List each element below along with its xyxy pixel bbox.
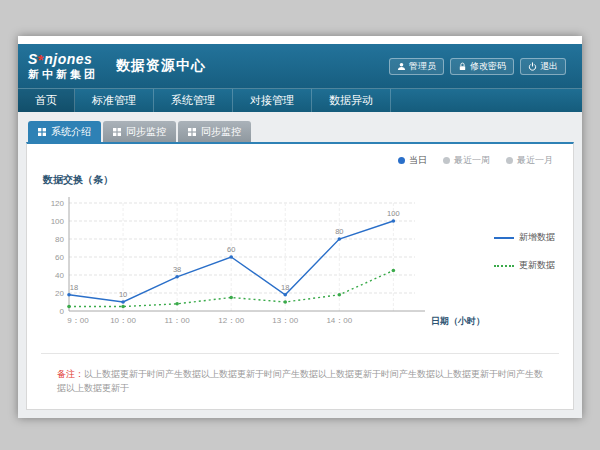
change-password-button[interactable]: 修改密码 bbox=[450, 58, 514, 75]
svg-text:18: 18 bbox=[70, 283, 78, 292]
tab-bar: 系统介绍 同步监控 同步监控 bbox=[26, 121, 574, 142]
legend-item-new-data[interactable]: 新增数据 bbox=[494, 231, 555, 244]
logout-button[interactable]: 退出 bbox=[520, 58, 566, 75]
svg-text:12：00: 12：00 bbox=[218, 316, 244, 325]
nav-item-data-changes[interactable]: 数据异动 bbox=[312, 89, 391, 112]
tab-label: 系统介绍 bbox=[51, 125, 91, 139]
nav-item-connection-mgmt[interactable]: 对接管理 bbox=[233, 89, 312, 112]
svg-text:18: 18 bbox=[281, 283, 289, 292]
filter-today[interactable]: 当日 bbox=[398, 154, 427, 167]
filter-label: 最近一月 bbox=[517, 154, 553, 167]
admin-user-button[interactable]: 管理员 bbox=[389, 58, 444, 75]
nav-item-home[interactable]: 首页 bbox=[18, 89, 75, 112]
grid-icon bbox=[188, 128, 196, 136]
header-actions: 管理员 修改密码 退出 bbox=[389, 58, 566, 75]
svg-text:120: 120 bbox=[51, 199, 65, 208]
page-top-strip bbox=[18, 36, 582, 44]
svg-text:40: 40 bbox=[55, 271, 64, 280]
svg-text:日期（小时）: 日期（小时） bbox=[431, 316, 485, 326]
legend-item-updated-data[interactable]: 更新数据 bbox=[494, 259, 555, 272]
svg-text:38: 38 bbox=[173, 265, 181, 274]
logout-label: 退出 bbox=[540, 60, 558, 73]
main-nav: 首页 标准管理 系统管理 对接管理 数据异动 bbox=[18, 88, 582, 112]
nav-item-standard-mgmt[interactable]: 标准管理 bbox=[75, 89, 154, 112]
svg-text:10：00: 10：00 bbox=[110, 316, 136, 325]
tab-label: 同步监控 bbox=[126, 125, 166, 139]
radio-dot-icon bbox=[506, 157, 513, 164]
app-window: S*njones 新中新集团 数据资源中心 管理员 修改密码 退出 bbox=[18, 36, 582, 418]
admin-user-label: 管理员 bbox=[409, 60, 436, 73]
filter-label: 最近一周 bbox=[454, 154, 490, 167]
svg-text:60: 60 bbox=[55, 253, 64, 262]
brand-company-name: 新中新集团 bbox=[28, 69, 98, 81]
note-label: 备注： bbox=[57, 369, 84, 379]
radio-dot-icon bbox=[398, 157, 405, 164]
brand-star-icon: * bbox=[38, 51, 44, 68]
chart-panel: 当日 最近一周 最近一月 数据交换（条） 0204060801001209：00… bbox=[26, 142, 574, 410]
grid-icon bbox=[38, 128, 46, 136]
tab-label: 同步监控 bbox=[201, 125, 241, 139]
legend-label: 新增数据 bbox=[519, 231, 555, 244]
svg-text:10: 10 bbox=[119, 290, 127, 299]
filter-label: 当日 bbox=[409, 154, 427, 167]
desktop-background: S*njones 新中新集团 数据资源中心 管理员 修改密码 退出 bbox=[0, 0, 600, 450]
filter-last-month[interactable]: 最近一月 bbox=[506, 154, 553, 167]
svg-text:100: 100 bbox=[387, 209, 400, 218]
svg-text:80: 80 bbox=[55, 235, 64, 244]
page-title: 数据资源中心 bbox=[116, 57, 206, 75]
line-chart: 0204060801001209：0010：0011：0012：0013：001… bbox=[35, 189, 490, 341]
tab-sync-monitor-1[interactable]: 同步监控 bbox=[103, 121, 176, 142]
svg-text:11：00: 11：00 bbox=[165, 316, 191, 325]
brand-logo[interactable]: S*njones 新中新集团 bbox=[28, 51, 98, 80]
svg-text:9：00: 9：00 bbox=[67, 316, 89, 325]
svg-text:60: 60 bbox=[227, 245, 235, 254]
chart-range-filters: 当日 最近一周 最近一月 bbox=[27, 144, 573, 167]
svg-text:14：00: 14：00 bbox=[326, 316, 352, 325]
svg-text:20: 20 bbox=[55, 289, 64, 298]
chart-row: 0204060801001209：0010：0011：0012：0013：001… bbox=[27, 189, 573, 341]
series-legend: 新增数据 更新数据 bbox=[494, 231, 555, 341]
power-icon bbox=[528, 62, 537, 71]
svg-text:13：00: 13：00 bbox=[272, 316, 298, 325]
content-area: 系统介绍 同步监控 同步监控 当日 最近一周 最近一月 数据交换（条） bbox=[18, 112, 582, 418]
svg-text:80: 80 bbox=[335, 227, 343, 236]
brand-wordmark: S*njones bbox=[28, 51, 98, 67]
y-axis-title: 数据交换（条） bbox=[43, 173, 573, 187]
tab-sync-monitor-2[interactable]: 同步监控 bbox=[178, 121, 251, 142]
grid-icon bbox=[113, 128, 121, 136]
user-icon bbox=[397, 62, 406, 71]
nav-item-system-mgmt[interactable]: 系统管理 bbox=[154, 89, 233, 112]
change-password-label: 修改密码 bbox=[470, 60, 506, 73]
note-text: 以上数据更新于时间产生数据以上数据更新于时间产生数据以上数据更新于时间产生数据以… bbox=[57, 369, 543, 393]
solid-line-swatch-icon bbox=[494, 237, 514, 239]
svg-text:100: 100 bbox=[51, 217, 65, 226]
filter-last-week[interactable]: 最近一周 bbox=[443, 154, 490, 167]
radio-dot-icon bbox=[443, 157, 450, 164]
app-header: S*njones 新中新集团 数据资源中心 管理员 修改密码 退出 bbox=[18, 44, 582, 88]
lock-icon bbox=[458, 62, 467, 71]
svg-text:0: 0 bbox=[60, 307, 65, 316]
footer-note: 备注：以上数据更新于时间产生数据以上数据更新于时间产生数据以上数据更新于时间产生… bbox=[27, 354, 573, 395]
legend-label: 更新数据 bbox=[519, 259, 555, 272]
dashed-line-swatch-icon bbox=[494, 265, 514, 267]
tab-system-intro[interactable]: 系统介绍 bbox=[28, 121, 101, 142]
